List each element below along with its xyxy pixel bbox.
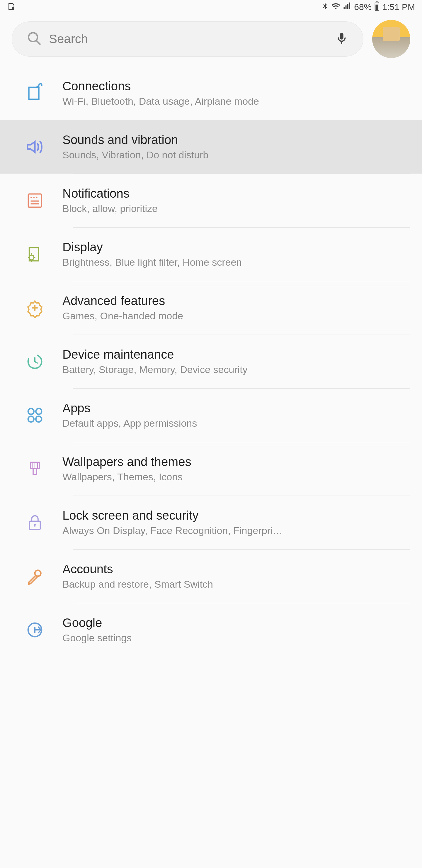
- settings-item-connections[interactable]: Connections Wi-Fi, Bluetooth, Data usage…: [0, 66, 422, 120]
- item-subtitle: Always On Display, Face Recognition, Fin…: [62, 525, 408, 536]
- item-title: Display: [62, 240, 408, 254]
- svg-point-7: [30, 196, 32, 198]
- item-subtitle: Default apps, App permissions: [62, 417, 408, 429]
- connections-icon: [24, 83, 45, 104]
- settings-item-advanced[interactable]: Advanced features Games, One-handed mode: [0, 281, 422, 335]
- item-subtitle: Wallpapers, Themes, Icons: [62, 471, 408, 483]
- item-title: Google: [62, 616, 408, 630]
- svg-rect-24: [33, 468, 37, 474]
- google-icon: [24, 619, 45, 641]
- search-placeholder: Search: [49, 32, 328, 46]
- wifi-icon: [331, 1, 340, 13]
- lock-icon: [24, 512, 45, 533]
- clock: 1:51 PM: [382, 2, 415, 12]
- svg-point-8: [33, 196, 35, 198]
- battery-icon: [374, 1, 380, 13]
- settings-item-sounds[interactable]: Sounds and vibration Sounds, Vibration, …: [0, 120, 422, 174]
- item-subtitle: Battery, Storage, Memory, Device securit…: [62, 364, 408, 375]
- item-subtitle: Google settings: [62, 632, 408, 644]
- item-subtitle: Brightness, Blue light filter, Home scre…: [62, 256, 408, 268]
- svg-line-4: [36, 40, 40, 44]
- svg-point-18: [28, 416, 34, 422]
- advanced-icon: [24, 297, 45, 318]
- sim-error-icon: [7, 2, 16, 12]
- settings-item-display[interactable]: Display Brightness, Blue light filter, H…: [0, 227, 422, 281]
- item-subtitle: Backup and restore, Smart Switch: [62, 579, 408, 590]
- sound-icon: [24, 136, 45, 157]
- item-title: Lock screen and security: [62, 508, 408, 523]
- search-container: Search: [0, 14, 422, 66]
- wallpapers-icon: [24, 458, 45, 479]
- item-subtitle: Sounds, Vibration, Do not disturb: [62, 149, 408, 161]
- svg-rect-2: [376, 4, 378, 10]
- settings-item-apps[interactable]: Apps Default apps, App permissions: [0, 388, 422, 442]
- settings-item-google[interactable]: Google Google settings: [0, 603, 422, 657]
- svg-point-19: [36, 416, 42, 422]
- search-icon: [27, 31, 42, 47]
- item-title: Accounts: [62, 562, 408, 576]
- signal-icon: [343, 2, 352, 12]
- settings-item-lockscreen[interactable]: Lock screen and security Always On Displ…: [0, 496, 422, 549]
- display-icon: [24, 244, 45, 265]
- settings-list: Connections Wi-Fi, Bluetooth, Data usage…: [0, 66, 422, 657]
- item-title: Apps: [62, 401, 408, 415]
- bluetooth-icon: [321, 2, 329, 12]
- svg-rect-5: [340, 33, 344, 39]
- item-title: Wallpapers and themes: [62, 455, 408, 469]
- item-subtitle: Wi-Fi, Bluetooth, Data usage, Airplane m…: [62, 96, 408, 107]
- item-title: Advanced features: [62, 294, 408, 308]
- battery-percent: 68%: [354, 2, 371, 12]
- settings-item-maintenance[interactable]: Device maintenance Battery, Storage, Mem…: [0, 335, 422, 388]
- settings-item-accounts[interactable]: Accounts Backup and restore, Smart Switc…: [0, 549, 422, 603]
- profile-avatar[interactable]: [372, 20, 410, 58]
- item-subtitle: Block, allow, prioritize: [62, 203, 408, 214]
- item-subtitle: Games, One-handed mode: [62, 310, 408, 322]
- accounts-icon: [24, 566, 45, 587]
- svg-point-16: [28, 408, 34, 414]
- svg-point-9: [36, 196, 37, 198]
- notifications-icon: [24, 190, 45, 211]
- item-title: Connections: [62, 79, 408, 93]
- settings-item-notifications[interactable]: Notifications Block, allow, prioritize: [0, 174, 422, 227]
- status-bar: 68% 1:51 PM: [0, 0, 422, 14]
- search-bar[interactable]: Search: [12, 22, 363, 57]
- settings-item-wallpapers[interactable]: Wallpapers and themes Wallpapers, Themes…: [0, 442, 422, 496]
- svg-rect-1: [376, 1, 378, 2]
- item-title: Device maintenance: [62, 347, 408, 362]
- svg-point-17: [36, 408, 42, 414]
- item-title: Notifications: [62, 186, 408, 200]
- apps-icon: [24, 405, 45, 426]
- maintenance-icon: [24, 351, 45, 372]
- item-title: Sounds and vibration: [62, 133, 408, 147]
- mic-icon[interactable]: [335, 32, 349, 46]
